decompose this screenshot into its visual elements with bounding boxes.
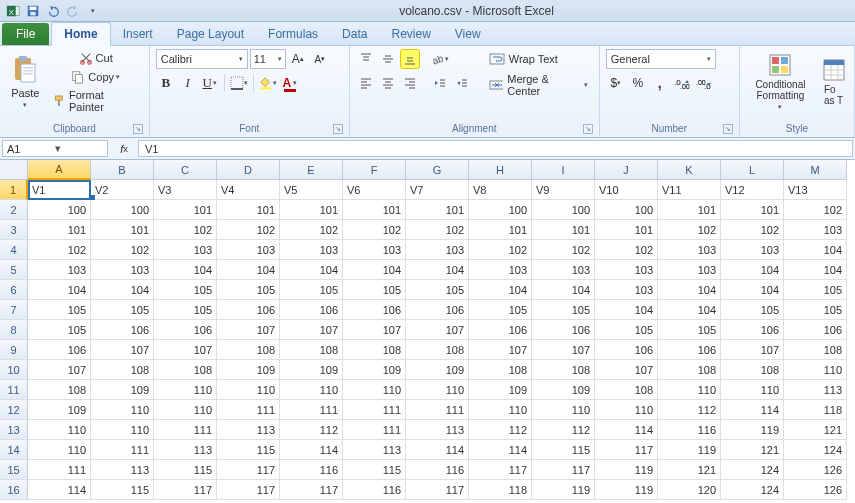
- cell[interactable]: 115: [154, 460, 217, 480]
- tab-insert[interactable]: Insert: [111, 23, 165, 45]
- cell[interactable]: 110: [91, 420, 154, 440]
- grow-font-icon[interactable]: A▴: [288, 49, 308, 69]
- wrap-text-button[interactable]: Wrap Text: [484, 49, 593, 69]
- cell[interactable]: 117: [469, 460, 532, 480]
- cell[interactable]: 107: [280, 320, 343, 340]
- cell[interactable]: 107: [343, 320, 406, 340]
- cell[interactable]: V6: [343, 180, 406, 200]
- cell[interactable]: 101: [280, 200, 343, 220]
- cell[interactable]: 119: [721, 420, 784, 440]
- cell[interactable]: 113: [406, 420, 469, 440]
- cell[interactable]: 103: [658, 240, 721, 260]
- cell[interactable]: 103: [91, 260, 154, 280]
- cell[interactable]: 107: [154, 340, 217, 360]
- cell[interactable]: 110: [343, 380, 406, 400]
- cell[interactable]: 108: [406, 340, 469, 360]
- cell[interactable]: 104: [343, 260, 406, 280]
- cells-area[interactable]: V1V2V3V4V5V6V7V8V9V10V11V12V131001001011…: [28, 180, 847, 500]
- bold-button[interactable]: B: [156, 73, 176, 93]
- row-header[interactable]: 9: [0, 340, 28, 360]
- cell[interactable]: 117: [154, 480, 217, 500]
- cell[interactable]: 113: [217, 420, 280, 440]
- cell[interactable]: 102: [595, 240, 658, 260]
- cell[interactable]: 106: [532, 320, 595, 340]
- cell[interactable]: 109: [469, 380, 532, 400]
- row-header[interactable]: 10: [0, 360, 28, 380]
- cell[interactable]: 105: [280, 280, 343, 300]
- cell[interactable]: 103: [595, 280, 658, 300]
- cell[interactable]: 103: [280, 240, 343, 260]
- cell[interactable]: 107: [469, 340, 532, 360]
- dialog-launcher-icon[interactable]: ↘: [133, 124, 143, 134]
- row-header[interactable]: 14: [0, 440, 28, 460]
- cell[interactable]: 102: [343, 220, 406, 240]
- cell[interactable]: 101: [28, 220, 91, 240]
- italic-button[interactable]: I: [178, 73, 198, 93]
- cell[interactable]: 111: [28, 460, 91, 480]
- column-header[interactable]: F: [343, 160, 406, 180]
- cell[interactable]: 104: [154, 260, 217, 280]
- column-header[interactable]: I: [532, 160, 595, 180]
- cell[interactable]: 119: [532, 480, 595, 500]
- cell[interactable]: 112: [280, 420, 343, 440]
- cell[interactable]: V4: [217, 180, 280, 200]
- cell[interactable]: 102: [784, 200, 847, 220]
- column-header[interactable]: A: [28, 160, 91, 180]
- cell[interactable]: 111: [91, 440, 154, 460]
- cell[interactable]: 104: [784, 240, 847, 260]
- cell[interactable]: 107: [217, 320, 280, 340]
- cell[interactable]: 110: [217, 380, 280, 400]
- cell[interactable]: 104: [721, 260, 784, 280]
- cell[interactable]: 111: [280, 400, 343, 420]
- shrink-font-icon[interactable]: A▾: [310, 49, 330, 69]
- cell[interactable]: 108: [595, 380, 658, 400]
- cell[interactable]: 111: [406, 400, 469, 420]
- cell[interactable]: 102: [28, 240, 91, 260]
- cell[interactable]: 108: [154, 360, 217, 380]
- cell[interactable]: 102: [154, 220, 217, 240]
- conditional-formatting-button[interactable]: ConditionalFormatting ▾: [746, 49, 815, 115]
- cell[interactable]: 103: [721, 240, 784, 260]
- cell[interactable]: 108: [217, 340, 280, 360]
- cell[interactable]: 100: [469, 200, 532, 220]
- cell[interactable]: 121: [658, 460, 721, 480]
- cell[interactable]: 104: [217, 260, 280, 280]
- fx-icon[interactable]: fx: [114, 139, 134, 159]
- cell[interactable]: 102: [721, 220, 784, 240]
- cell[interactable]: 108: [721, 360, 784, 380]
- cut-button[interactable]: Cut: [49, 49, 143, 67]
- cell[interactable]: 116: [406, 460, 469, 480]
- cell[interactable]: V3: [154, 180, 217, 200]
- cell[interactable]: 110: [91, 400, 154, 420]
- cell[interactable]: 115: [532, 440, 595, 460]
- cell[interactable]: 101: [154, 200, 217, 220]
- percent-format-icon[interactable]: %: [628, 73, 648, 93]
- cell[interactable]: 104: [784, 260, 847, 280]
- tab-data[interactable]: Data: [330, 23, 379, 45]
- qat-customize-icon[interactable]: ▾: [84, 2, 102, 20]
- cell[interactable]: 118: [784, 400, 847, 420]
- cell[interactable]: 114: [28, 480, 91, 500]
- row-header[interactable]: 12: [0, 400, 28, 420]
- cell[interactable]: 103: [469, 260, 532, 280]
- cell[interactable]: 102: [658, 220, 721, 240]
- cell[interactable]: 107: [721, 340, 784, 360]
- font-color-button[interactable]: A ▾: [280, 73, 300, 93]
- cell[interactable]: 106: [784, 320, 847, 340]
- cell[interactable]: 100: [595, 200, 658, 220]
- cell[interactable]: 103: [406, 240, 469, 260]
- cell[interactable]: 101: [469, 220, 532, 240]
- row-header[interactable]: 11: [0, 380, 28, 400]
- cell[interactable]: 108: [784, 340, 847, 360]
- cell[interactable]: 110: [28, 440, 91, 460]
- underline-button[interactable]: U▾: [200, 73, 220, 93]
- cell[interactable]: 121: [784, 420, 847, 440]
- cell[interactable]: 102: [469, 240, 532, 260]
- cell[interactable]: 105: [469, 300, 532, 320]
- cell[interactable]: 106: [28, 340, 91, 360]
- cell[interactable]: 111: [343, 400, 406, 420]
- cell[interactable]: 115: [91, 480, 154, 500]
- cell[interactable]: 118: [469, 480, 532, 500]
- dialog-launcher-icon[interactable]: ↘: [723, 124, 733, 134]
- number-format-combo[interactable]: General▾: [606, 49, 716, 69]
